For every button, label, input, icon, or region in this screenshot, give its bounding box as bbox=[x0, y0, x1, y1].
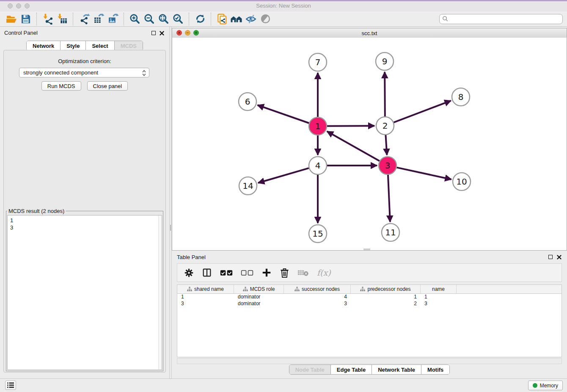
titlebar-accent bbox=[0, 0, 567, 1]
clone-network-button[interactable] bbox=[215, 13, 229, 25]
graph-node-8[interactable]: 8 bbox=[452, 88, 470, 106]
welcome-screen-button[interactable] bbox=[229, 13, 244, 25]
mcds-result-textarea[interactable]: 1 3 bbox=[7, 215, 162, 370]
graph-edge-2-8[interactable] bbox=[394, 101, 451, 122]
graph-edge-2-9[interactable] bbox=[385, 72, 385, 116]
column-header-shared-name[interactable]: shared name bbox=[177, 285, 234, 293]
column-header-successor-nodes[interactable]: successor nodes bbox=[284, 285, 351, 293]
memory-button[interactable]: Memory bbox=[528, 381, 563, 390]
memory-status-dot bbox=[533, 383, 537, 388]
clone-network-icon bbox=[216, 13, 228, 25]
graph-node-11[interactable]: 11 bbox=[382, 224, 399, 241]
column-type-icon bbox=[295, 287, 300, 292]
table-panel-title: Table Panel bbox=[177, 254, 206, 260]
graph-node-7[interactable]: 7 bbox=[309, 53, 327, 71]
column-header-MCDS-role[interactable]: MCDS role bbox=[234, 285, 284, 293]
graph-edge-4-14[interactable] bbox=[258, 168, 309, 183]
refresh-icon bbox=[195, 13, 206, 25]
tab-network-table[interactable]: Network Table bbox=[372, 365, 421, 374]
tab-mcds[interactable]: MCDS bbox=[114, 41, 143, 50]
birdseye-view-button[interactable] bbox=[258, 13, 272, 25]
main-toolbar bbox=[0, 11, 567, 27]
graph-node-9[interactable]: 9 bbox=[376, 52, 394, 70]
export-table-button[interactable] bbox=[91, 13, 106, 25]
graph-node-10[interactable]: 10 bbox=[453, 173, 471, 190]
export-network-button[interactable] bbox=[77, 13, 91, 25]
zoom-fit-button[interactable] bbox=[157, 13, 171, 25]
graph-edge-3-1[interactable] bbox=[327, 131, 380, 161]
column-header-predecessor-nodes[interactable]: predecessor nodes bbox=[351, 285, 421, 293]
column-type-icon bbox=[243, 287, 248, 292]
search-field[interactable] bbox=[439, 14, 563, 24]
table-panel: Table Panel bbox=[172, 252, 567, 376]
optimization-criterion-label: Optimization criterion: bbox=[4, 58, 165, 64]
tab-edge-table[interactable]: Edge Table bbox=[330, 365, 372, 374]
run-mcds-button[interactable]: Run MCDS bbox=[41, 81, 81, 91]
zoom-selected-button[interactable] bbox=[171, 13, 185, 25]
criterion-select[interactable]: strongly connected component bbox=[19, 68, 149, 77]
graph-node-14[interactable]: 14 bbox=[239, 177, 257, 195]
table-cell: 4 bbox=[284, 294, 351, 301]
graph-node-4[interactable]: 4 bbox=[309, 157, 327, 174]
tab-select[interactable]: Select bbox=[85, 41, 114, 50]
network-window-titlebar[interactable]: × − + scc.txt bbox=[172, 28, 567, 38]
save-session-button[interactable] bbox=[19, 13, 33, 25]
graph-node-label: 15 bbox=[312, 229, 323, 239]
table-panel-float-button[interactable] bbox=[548, 255, 553, 259]
graph-node-label: 2 bbox=[383, 121, 388, 131]
graph-edge-1-6[interactable] bbox=[258, 105, 309, 123]
toolbar-separator bbox=[189, 13, 190, 25]
task-history-button[interactable] bbox=[5, 381, 16, 390]
graph-node-2[interactable]: 2 bbox=[376, 117, 394, 135]
toolbar-separator bbox=[36, 13, 37, 25]
hide-graphics-details-button[interactable] bbox=[244, 13, 258, 25]
export-image-button[interactable] bbox=[106, 13, 120, 25]
table-row[interactable]: 1dominator411 bbox=[177, 294, 561, 301]
node-table-body: 1dominator4113dominator323 bbox=[177, 294, 561, 307]
select-all-checks-icon[interactable] bbox=[220, 269, 233, 276]
settings-gear-icon[interactable] bbox=[184, 268, 194, 278]
open-session-button[interactable] bbox=[4, 13, 19, 25]
tab-network[interactable]: Network bbox=[27, 41, 60, 50]
import-table-button[interactable] bbox=[55, 13, 69, 25]
toolbar-separator bbox=[73, 13, 74, 25]
close-panel-button[interactable]: Close panel bbox=[87, 81, 128, 91]
tab-motifs[interactable]: Motifs bbox=[421, 365, 449, 374]
delete-table-icon[interactable] bbox=[297, 269, 309, 276]
mcds-result-scrollbar[interactable] bbox=[158, 215, 162, 370]
graph-node-6[interactable]: 6 bbox=[239, 93, 256, 110]
table-cell: 2 bbox=[351, 301, 421, 307]
function-builder-button[interactable]: f(x) bbox=[317, 268, 331, 277]
open-folder-icon bbox=[6, 13, 17, 25]
delete-column-icon[interactable] bbox=[280, 268, 289, 278]
graph-edge-2-3[interactable] bbox=[385, 135, 387, 155]
graph-node-1[interactable]: 1 bbox=[309, 117, 327, 135]
search-input[interactable] bbox=[450, 16, 560, 22]
graph-edge-3-11[interactable] bbox=[388, 175, 390, 222]
table-row[interactable]: 3dominator323 bbox=[177, 301, 561, 307]
graph-node-label: 9 bbox=[382, 56, 388, 66]
graph-node-label: 6 bbox=[245, 97, 250, 107]
add-column-icon[interactable] bbox=[261, 268, 272, 278]
import-network-button[interactable] bbox=[41, 13, 55, 25]
graph-node-15[interactable]: 15 bbox=[309, 225, 327, 243]
show-columns-icon[interactable] bbox=[202, 268, 212, 278]
zoom-in-button[interactable] bbox=[128, 13, 142, 25]
node-table-header-row: shared nameMCDS rolesuccessor nodesprede… bbox=[177, 285, 561, 294]
table-horizontal-scrollbar[interactable] bbox=[177, 358, 562, 364]
deselect-all-checks-icon[interactable] bbox=[241, 269, 253, 276]
export-network-icon bbox=[79, 13, 90, 25]
graph-edge-1-2[interactable] bbox=[327, 126, 374, 126]
graph-node-3[interactable]: 3 bbox=[379, 157, 396, 174]
tab-node-table[interactable]: Node Table bbox=[289, 365, 330, 374]
canvas-splitter-grip[interactable] bbox=[363, 248, 370, 250]
graph-edge-3-10[interactable] bbox=[396, 168, 451, 179]
refresh-layout-button[interactable] bbox=[193, 13, 207, 25]
tab-style[interactable]: Style bbox=[60, 41, 85, 50]
control-panel-close-button[interactable] bbox=[160, 31, 164, 36]
control-panel-float-button[interactable] bbox=[151, 31, 156, 35]
table-panel-close-button[interactable] bbox=[557, 255, 561, 259]
network-canvas[interactable]: 7968124314101511 bbox=[172, 38, 567, 250]
column-header-name[interactable]: name bbox=[421, 285, 457, 293]
zoom-out-button[interactable] bbox=[142, 13, 157, 25]
